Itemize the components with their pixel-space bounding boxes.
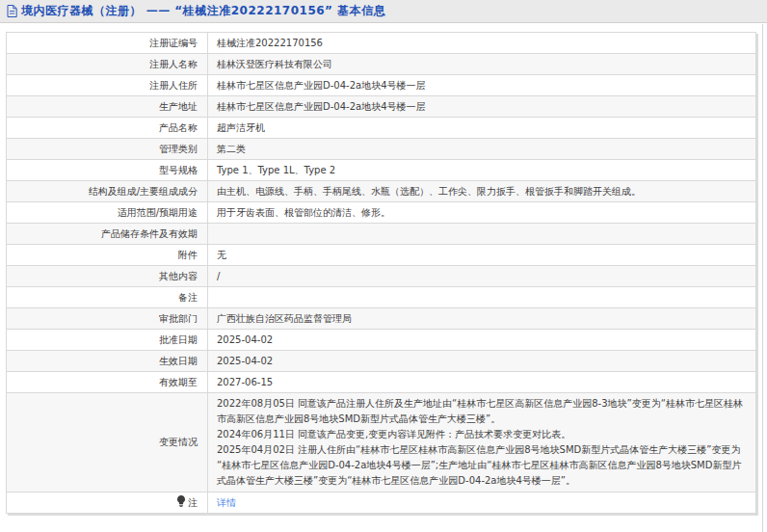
row-label: 注册人名称 (7, 54, 208, 75)
row-value-text: 2027-06-15 (217, 377, 273, 387)
row-value: 桂林沃登医疗科技有限公司 (208, 54, 756, 75)
row-value: 2025-04-02 (208, 351, 756, 372)
table-row: 注册证编号桂械注准20222170156 (7, 33, 756, 54)
row-value: 详情 (208, 492, 756, 514)
document-icon (7, 5, 17, 17)
row-value: Type 1、Type 1L、Type 2 (208, 160, 756, 181)
row-value: 2025-04-02 (208, 330, 756, 351)
info-table-body: 注册证编号桂械注准20222170156注册人名称桂林沃登医疗科技有限公司注册人… (7, 33, 756, 514)
row-value: 第二类 (208, 139, 756, 160)
row-label-text: 注 (188, 497, 198, 508)
table-row: 生产地址桂林市七星区信息产业园D-04-2a地块4号楼一层 (7, 96, 756, 118)
row-label: 结构及组成/主要组成成分 (7, 181, 208, 202)
row-value-text: 桂械注准20222170156 (217, 38, 323, 48)
row-label-text: 备注 (178, 292, 198, 303)
details-link[interactable]: 详情 (217, 497, 236, 508)
row-value: / (208, 266, 756, 287)
row-label: 附件 (7, 245, 208, 266)
row-value-text: 用于牙齿表面、根管部位的清洁、修形。 (217, 207, 390, 218)
table-row: 附件无 (7, 245, 756, 266)
row-value: 桂械注准20222170156 (208, 33, 756, 54)
table-row: 变更情况2022年08月05日 同意该产品注册人住所及生产地址由“桂林市七星区高… (7, 393, 756, 492)
table-row: 型号规格Type 1、Type 1L、Type 2 (7, 160, 756, 181)
row-label-text: 适用范围/预期用途 (118, 207, 198, 218)
row-label: 变更情况 (7, 393, 208, 492)
row-value: 桂林市七星区信息产业园D-04-2a地块4号楼一层 (208, 96, 756, 118)
row-value (208, 224, 756, 245)
row-value-text: 桂林市七星区信息产业园D-04-2a地块4号楼一层 (217, 80, 426, 91)
row-label: 备注 (7, 287, 208, 308)
row-label: 批准日期 (7, 330, 208, 351)
row-value-text: 无 (217, 250, 226, 260)
change-record: 2025年04月02日 注册人住所由“桂林市七星区桂林市高新区信息产业园8号地块… (217, 442, 747, 489)
row-label: 其他内容 (7, 266, 208, 287)
row-label-text: 产品名称 (159, 122, 198, 133)
row-value-text: 广西壮族自治区药品监督管理局 (217, 313, 352, 324)
table-row: 其他内容/ (7, 266, 756, 287)
row-value-text: 由主机、电源线、手柄、手柄尾线、水瓶（选配）、工作尖、限力扳手、根管扳手和脚踏开… (217, 186, 641, 197)
row-label: 有效期至 (7, 372, 208, 393)
row-value-text: 2025-04-02 (217, 356, 273, 366)
table-row: 适用范围/预期用途用于牙齿表面、根管部位的清洁、修形。 (7, 202, 756, 224)
table-row: 注详情 (7, 492, 756, 514)
page-edge-divider (762, 24, 763, 532)
page-title: 境内医疗器械（注册） —— “桂械注准20222170156” 基本信息 (21, 3, 385, 19)
row-label-text: 生效日期 (159, 356, 198, 366)
bulb-icon (176, 495, 186, 507)
row-label-text: 生产地址 (159, 101, 198, 112)
row-label-text: 产品储存条件及有效期 (101, 228, 198, 239)
registration-info-table: 注册证编号桂械注准20222170156注册人名称桂林沃登医疗科技有限公司注册人… (6, 32, 756, 514)
table-row: 备注 (7, 287, 756, 308)
row-value: 桂林市七星区信息产业园D-04-2a地块4号楼一层 (208, 75, 756, 96)
row-value-text: 2025-04-02 (217, 334, 273, 345)
row-value: 无 (208, 245, 756, 266)
change-record: 2024年06月11日 同意该产品变更,变更内容详见附件：产品技术要求变更对比表… (217, 427, 747, 442)
table-row: 注册人名称桂林沃登医疗科技有限公司 (7, 54, 756, 75)
row-label-text: 型号规格 (159, 165, 198, 175)
row-label-text: 附件 (178, 250, 198, 260)
row-label-text: 变更情况 (159, 437, 198, 447)
row-label: 生产地址 (7, 96, 208, 118)
table-row: 审批部门广西壮族自治区药品监督管理局 (7, 308, 756, 330)
table-row: 生效日期2025-04-02 (7, 351, 756, 372)
row-label-text: 注册人住所 (149, 80, 198, 91)
row-value-text: 超声洁牙机 (217, 122, 265, 133)
row-label-text: 批准日期 (159, 334, 198, 345)
row-value-text: Type 1、Type 1L、Type 2 (217, 165, 335, 175)
row-value-text: 桂林沃登医疗科技有限公司 (217, 59, 332, 69)
row-label-text: 注册证编号 (149, 38, 198, 48)
row-label-text: 其他内容 (159, 271, 198, 281)
row-label: 产品名称 (7, 118, 208, 139)
row-value: 超声洁牙机 (208, 118, 756, 139)
row-label-text: 审批部门 (159, 313, 198, 324)
row-label: 注册人住所 (7, 75, 208, 96)
row-value: 广西壮族自治区药品监督管理局 (208, 308, 756, 330)
table-row: 注册人住所桂林市七星区信息产业园D-04-2a地块4号楼一层 (7, 75, 756, 96)
row-label-text: 注册人名称 (149, 59, 198, 69)
row-value-text: 桂林市七星区信息产业园D-04-2a地块4号楼一层 (217, 101, 426, 112)
table-row: 有效期至2027-06-15 (7, 372, 756, 393)
table-row: 管理类别第二类 (7, 139, 756, 160)
row-label: 生效日期 (7, 351, 208, 372)
table-row: 结构及组成/主要组成成分由主机、电源线、手柄、手柄尾线、水瓶（选配）、工作尖、限… (7, 181, 756, 202)
row-label: 适用范围/预期用途 (7, 202, 208, 224)
row-label-text: 结构及组成/主要组成成分 (89, 186, 198, 197)
row-label: 型号规格 (7, 160, 208, 181)
row-label-text: 有效期至 (159, 377, 198, 387)
row-value: 2022年08月05日 同意该产品注册人住所及生产地址由“桂林市七星区高新区信息… (208, 393, 756, 492)
row-label: 注 (7, 492, 208, 514)
table-row: 批准日期2025-04-02 (7, 330, 756, 351)
row-value-text: / (217, 271, 220, 281)
row-label: 产品储存条件及有效期 (7, 224, 208, 245)
row-label: 审批部门 (7, 308, 208, 330)
change-record: 2022年08月05日 同意该产品注册人住所及生产地址由“桂林市七星区高新区信息… (217, 396, 747, 427)
row-label: 管理类别 (7, 139, 208, 160)
table-row: 产品名称超声洁牙机 (7, 118, 756, 139)
page-header: 境内医疗器械（注册） —— “桂械注准20222170156” 基本信息 (0, 0, 767, 23)
row-label-text: 管理类别 (159, 144, 198, 154)
row-label: 注册证编号 (7, 33, 208, 54)
table-row: 产品储存条件及有效期 (7, 224, 756, 245)
row-value: 2027-06-15 (208, 372, 756, 393)
row-value (208, 287, 756, 308)
row-value-text: 第二类 (217, 144, 246, 154)
